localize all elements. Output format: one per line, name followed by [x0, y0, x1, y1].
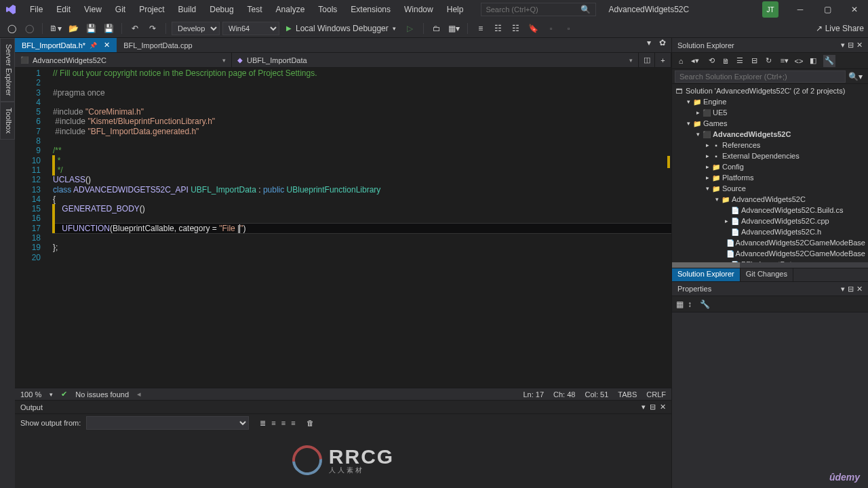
- close-button[interactable]: ✕: [841, 0, 868, 19]
- se-node[interactable]: ▸📁Platforms: [672, 172, 868, 183]
- redo-icon[interactable]: ↷: [145, 21, 160, 36]
- open-icon[interactable]: 📂: [66, 21, 81, 36]
- menu-build[interactable]: Build: [173, 2, 202, 17]
- add-icon[interactable]: +: [655, 53, 671, 67]
- twisty-icon[interactable]: ▾: [713, 196, 721, 203]
- step-icon[interactable]: 🗀: [429, 21, 444, 36]
- pin-icon[interactable]: ⊟: [848, 285, 854, 293]
- props-pages-icon[interactable]: 🔧: [700, 300, 710, 309]
- minimize-button[interactable]: ─: [787, 0, 814, 19]
- twisty-icon[interactable]: ▸: [694, 109, 702, 116]
- se-tree[interactable]: 🗔 Solution 'AdvancedWidgets52C' (2 of 2 …: [672, 84, 868, 262]
- se-node[interactable]: ▾📁Games: [672, 118, 868, 129]
- tb-extra2-icon[interactable]: ▫: [561, 21, 576, 36]
- se-view-design-icon[interactable]: ◧: [807, 55, 819, 67]
- comment-icon[interactable]: ☷: [491, 21, 506, 36]
- se-node[interactable]: ▸📁Config: [672, 161, 868, 172]
- se-node[interactable]: ▾⬛AdvancedWidgets52C: [672, 129, 868, 140]
- se-showall-icon[interactable]: ☰: [734, 55, 746, 67]
- out-tb1-icon[interactable]: ≣: [260, 419, 266, 428]
- code-editor[interactable]: 1234567891011121314151617181920 // Fill …: [15, 68, 671, 388]
- tabs-gear-icon[interactable]: ✿: [659, 38, 671, 52]
- se-node[interactable]: 📄AdvancedWidgets52CGameModeBase: [672, 237, 868, 248]
- panel-close-icon[interactable]: ✕: [660, 403, 666, 411]
- se-node[interactable]: ▸⬛UE5: [672, 107, 868, 118]
- indent-icon[interactable]: ≡: [473, 21, 488, 36]
- close-tab-icon[interactable]: ✕: [104, 41, 110, 49]
- tabs-dropdown-icon[interactable]: ▾: [647, 38, 659, 52]
- out-clear-icon[interactable]: 🗑: [307, 419, 314, 427]
- twisty-icon[interactable]: ▸: [703, 142, 711, 148]
- code-body[interactable]: // Fill out your copyright notice in the…: [53, 68, 671, 388]
- se-node[interactable]: ▸▪External Dependencies: [672, 150, 868, 161]
- props-cat-icon[interactable]: ▦: [676, 300, 684, 309]
- twisty-icon[interactable]: ▾: [703, 185, 711, 192]
- se-node[interactable]: ▾📁AdvancedWidgets52C: [672, 194, 868, 205]
- menu-edit[interactable]: Edit: [51, 2, 76, 17]
- se-view-code-icon[interactable]: <>: [793, 55, 805, 67]
- live-share-button[interactable]: ↗ Live Share: [816, 24, 864, 33]
- twisty-icon[interactable]: ▸: [703, 152, 711, 159]
- nav-fwd-icon[interactable]: ◯: [22, 21, 37, 36]
- toggle-icon[interactable]: ▦▾: [447, 21, 462, 36]
- se-node[interactable]: ▾📁Engine: [672, 96, 868, 107]
- se-node[interactable]: 📄AdvancedWidgets52C.h: [672, 226, 868, 237]
- start-debug-button[interactable]: ▶ Local Windows Debugger ▾: [282, 21, 400, 36]
- menu-help[interactable]: Help: [441, 2, 469, 17]
- nav-back-icon[interactable]: ◯: [4, 21, 19, 36]
- output-from-select[interactable]: [86, 416, 249, 430]
- tb-extra-icon[interactable]: ▫: [544, 21, 559, 36]
- se-node[interactable]: ▸📄AdvancedWidgets52C.cpp: [672, 216, 868, 226]
- twisty-icon[interactable]: ▾: [684, 120, 692, 127]
- se-search[interactable]: 🔍▾: [672, 69, 868, 84]
- class-combo[interactable]: ⬛ AdvancedWidgets52C ▾: [15, 53, 232, 67]
- se-bottom-tab[interactable]: Solution Explorer: [672, 268, 741, 281]
- se-sync-icon[interactable]: ⟲: [705, 55, 717, 67]
- pin-icon[interactable]: ⊟: [848, 41, 854, 49]
- se-hscrollbar[interactable]: [672, 262, 868, 268]
- doc-tab[interactable]: BFL_ImportData.h*📌✕: [15, 38, 117, 52]
- left-tab-toolbox[interactable]: Toolbox: [0, 102, 15, 140]
- save-icon[interactable]: 💾: [83, 21, 98, 36]
- out-tb3-icon[interactable]: ≡: [281, 419, 285, 427]
- menu-file[interactable]: File: [24, 2, 48, 17]
- props-sort-icon[interactable]: ↕: [688, 300, 692, 309]
- se-save-icon[interactable]: 🗎: [719, 55, 732, 67]
- out-tb4-icon[interactable]: ≡: [291, 419, 295, 427]
- se-root[interactable]: 🗔 Solution 'AdvancedWidgets52C' (2 of 2 …: [672, 85, 868, 96]
- menu-extensions[interactable]: Extensions: [345, 2, 396, 17]
- issues-arrow-icon[interactable]: ◂: [137, 390, 141, 399]
- menu-window[interactable]: Window: [399, 2, 439, 17]
- menu-debug[interactable]: Debug: [204, 2, 239, 17]
- config-select[interactable]: Develop: [172, 22, 220, 35]
- menu-test[interactable]: Test: [242, 2, 268, 17]
- panel-close-icon[interactable]: ✕: [856, 41, 863, 49]
- twisty-icon[interactable]: ▸: [722, 218, 730, 224]
- bookmark-icon[interactable]: 🔖: [526, 21, 541, 36]
- se-refresh-icon[interactable]: ↻: [762, 55, 774, 67]
- se-collapse-icon[interactable]: ⊟: [748, 55, 760, 67]
- start-no-debug-icon[interactable]: ▷: [403, 21, 418, 36]
- se-home-icon[interactable]: ⌂: [675, 55, 687, 67]
- twisty-icon[interactable]: ▾: [684, 98, 692, 105]
- left-tab-server-explorer[interactable]: Server Explorer: [0, 38, 15, 102]
- se-node[interactable]: ▸▪References: [672, 140, 868, 150]
- twisty-icon[interactable]: ▸: [703, 163, 711, 170]
- menu-analyze[interactable]: Analyze: [271, 2, 311, 17]
- se-props-icon[interactable]: ≡▾: [778, 55, 791, 67]
- menu-view[interactable]: View: [79, 2, 107, 17]
- panel-close-icon[interactable]: ✕: [856, 285, 863, 293]
- platform-select[interactable]: Win64: [222, 22, 279, 35]
- se-node[interactable]: ▾📁Source: [672, 183, 868, 194]
- panel-dropdown-icon[interactable]: ▾: [841, 285, 845, 293]
- save-all-icon[interactable]: 💾: [101, 21, 116, 36]
- panel-dropdown-icon[interactable]: ▾: [642, 403, 646, 411]
- new-project-icon[interactable]: 🗎▾: [48, 21, 63, 36]
- maximize-button[interactable]: ▢: [814, 0, 841, 19]
- se-node[interactable]: 📄AdvancedWidgets52C.Build.cs: [672, 205, 868, 216]
- member-combo[interactable]: ◆ UBFL_ImportData ▾: [232, 53, 639, 67]
- out-tb2-icon[interactable]: ≡: [271, 419, 275, 427]
- pin-icon[interactable]: 📌: [90, 42, 97, 49]
- twisty-icon[interactable]: ▸: [703, 174, 711, 181]
- se-node[interactable]: 📄AdvancedWidgets52CGameModeBase: [672, 248, 868, 259]
